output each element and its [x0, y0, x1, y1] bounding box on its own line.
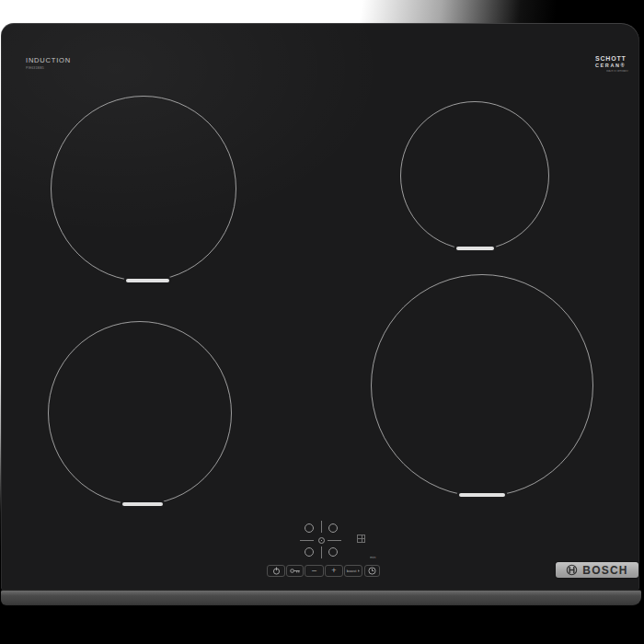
- plus-button[interactable]: +: [325, 565, 343, 577]
- burner-marker-bottom-right: [459, 493, 505, 497]
- child-lock-button[interactable]: [286, 565, 304, 577]
- front-trim-strip: [1, 590, 641, 605]
- surface-type-label: INDUCTION: [26, 56, 71, 64]
- clock-icon: [368, 567, 376, 575]
- zone-map-divider-bottom: [321, 546, 322, 558]
- burner-bottom-right-large: [371, 274, 593, 497]
- boost-spark-icon: [357, 569, 360, 572]
- burner-marker-top-left: [126, 279, 169, 282]
- timer-unit-label: min: [370, 556, 375, 559]
- minus-label: –: [312, 567, 316, 575]
- bosch-logo-badge: BOSCH: [556, 562, 638, 578]
- schott-logo-line2: CERAN®: [595, 63, 644, 68]
- zone-select-back-right[interactable]: [328, 523, 338, 533]
- burner-bottom-left: [48, 321, 232, 505]
- burner-marker-top-right: [456, 247, 494, 250]
- power-button[interactable]: [267, 565, 285, 577]
- zone-map-divider-top: [321, 521, 322, 533]
- schott-logo-subtext: MADE IN GERMANY: [606, 70, 628, 73]
- zone-map-divider-left: [300, 540, 314, 541]
- boost-button[interactable]: boost: [344, 565, 362, 577]
- center-dot-icon: [318, 537, 325, 544]
- timer-button[interactable]: [364, 565, 380, 577]
- zone-select-front-left[interactable]: [305, 547, 314, 557]
- zone-select-back-left[interactable]: [305, 523, 314, 533]
- zone-map-divider-right: [328, 540, 341, 541]
- power-icon: [272, 567, 281, 575]
- schott-ceran-logo: SCHOTT CERAN® MADE IN GERMANY: [595, 55, 644, 78]
- zone-select-front-right[interactable]: [328, 547, 338, 557]
- burner-front-left-large: [51, 96, 236, 282]
- burner-marker-bottom-left: [122, 502, 163, 506]
- key-icon: [290, 568, 301, 574]
- model-number-label: PIE631BB5: [26, 66, 44, 70]
- pause-grid-icon[interactable]: [357, 535, 365, 543]
- minus-button[interactable]: –: [305, 565, 324, 577]
- schott-logo-line1: SCHOTT: [595, 55, 644, 62]
- bosch-emblem-icon: [566, 564, 578, 576]
- plus-label: +: [331, 567, 336, 575]
- bosch-wordmark: BOSCH: [582, 565, 627, 576]
- burner-top-right: [400, 101, 549, 250]
- cooktop-product-image: INDUCTION PIE631BB5 SCHOTT CERAN® MADE I…: [0, 0, 644, 644]
- boost-label: boost: [347, 569, 357, 572]
